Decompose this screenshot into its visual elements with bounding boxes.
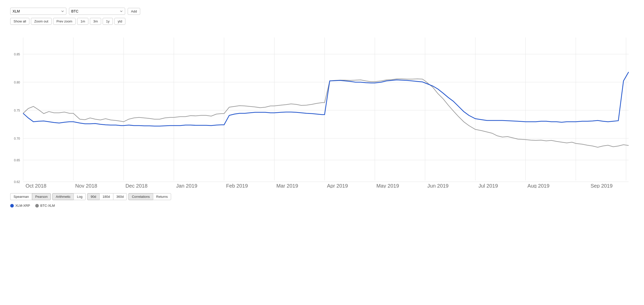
asset2-select[interactable]: BTC XLM ETH XRP LTC (69, 8, 125, 15)
period-1m-button[interactable]: 1m (77, 18, 88, 25)
period-ytd-button[interactable]: ytd (114, 18, 125, 25)
svg-text:0.80: 0.80 (14, 81, 20, 84)
svg-text:0.70: 0.70 (14, 137, 20, 140)
log-button[interactable]: Log (74, 193, 86, 200)
show-all-button[interactable]: Show all (10, 18, 29, 25)
correlations-button[interactable]: Correlations (128, 193, 153, 200)
chart-legend: XLM-XRP BTC-XLM (10, 204, 634, 208)
correlation-type-group: Spearman Pearson (10, 193, 51, 200)
returns-button[interactable]: Returns (153, 193, 171, 200)
spearman-button[interactable]: Spearman (10, 193, 32, 200)
svg-text:Sep 2019: Sep 2019 (591, 183, 613, 188)
svg-text:0.65: 0.65 (14, 158, 20, 162)
zoom-out-button[interactable]: Zoom out (31, 18, 52, 25)
legend-label-xlm-xrp: XLM-XRP (15, 204, 30, 208)
svg-text:Mar 2019: Mar 2019 (276, 183, 298, 188)
svg-text:0.85: 0.85 (14, 53, 20, 56)
svg-text:Feb 2019: Feb 2019 (226, 183, 248, 188)
add-button[interactable]: Add (128, 8, 140, 15)
legend-item-xlm-xrp: XLM-XRP (10, 204, 30, 208)
svg-text:0.75: 0.75 (14, 109, 20, 112)
chart-svg: 0.62 0.65 0.70 0.75 0.80 0.85 Oct 2018 N… (10, 30, 634, 188)
period-1y-button[interactable]: 1y (103, 18, 113, 25)
view-type-group: Correlations Returns (128, 193, 171, 200)
svg-text:Jun 2019: Jun 2019 (427, 183, 449, 188)
asset1-select[interactable]: XLM BTC ETH XRP LTC (10, 8, 66, 15)
svg-text:Nov 2018: Nov 2018 (75, 183, 97, 188)
bottom-controls-bar: Spearman Pearson Arithmetic Log 90d 180d… (10, 193, 634, 200)
svg-text:Jul 2019: Jul 2019 (479, 183, 498, 188)
period-group: 90d 180d 360d (87, 193, 127, 200)
svg-text:0.62: 0.62 (14, 180, 20, 184)
legend-item-btc-xlm: BTC-XLM (35, 204, 55, 208)
chart-container: 0.62 0.65 0.70 0.75 0.80 0.85 Oct 2018 N… (10, 30, 634, 188)
top-controls-bar: XLM BTC ETH XRP LTC BTC XLM ETH XRP LTC … (10, 8, 634, 15)
legend-label-btc-xlm: BTC-XLM (40, 204, 55, 208)
zoom-controls-bar: Show all Zoom out Prev zoom 1m 3m 1y ytd (10, 18, 634, 25)
svg-text:May 2019: May 2019 (376, 183, 399, 188)
period-90d-button[interactable]: 90d (87, 193, 99, 200)
svg-text:Aug 2019: Aug 2019 (527, 183, 549, 188)
legend-dot-gray (35, 204, 39, 208)
svg-text:Jan 2019: Jan 2019 (176, 183, 197, 188)
period-3m-button[interactable]: 3m (90, 18, 101, 25)
pearson-button[interactable]: Pearson (32, 193, 51, 200)
svg-text:Apr 2019: Apr 2019 (327, 183, 348, 188)
period-360d-button[interactable]: 360d (113, 193, 127, 200)
svg-text:Dec 2018: Dec 2018 (125, 183, 147, 188)
svg-text:Oct 2018: Oct 2018 (26, 183, 46, 188)
arithmetic-button[interactable]: Arithmetic (52, 193, 74, 200)
scale-type-group: Arithmetic Log (52, 193, 86, 200)
legend-dot-blue (10, 204, 14, 208)
prev-zoom-button[interactable]: Prev zoom (53, 18, 76, 25)
period-180d-button[interactable]: 180d (99, 193, 113, 200)
